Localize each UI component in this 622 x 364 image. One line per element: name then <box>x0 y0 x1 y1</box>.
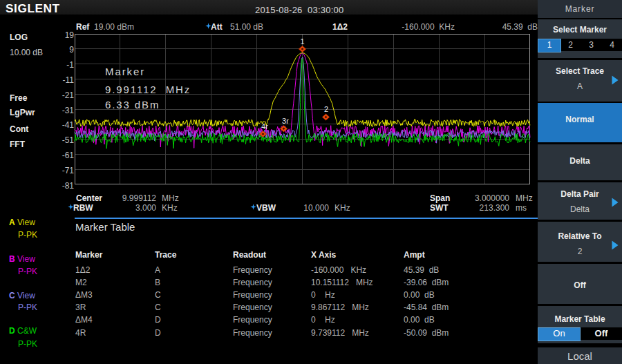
svg-text:2: 2 <box>324 105 328 113</box>
svg-text:3r: 3r <box>282 117 289 125</box>
svg-text:1: 1 <box>300 37 304 46</box>
svg-text:4r: 4r <box>261 122 268 131</box>
